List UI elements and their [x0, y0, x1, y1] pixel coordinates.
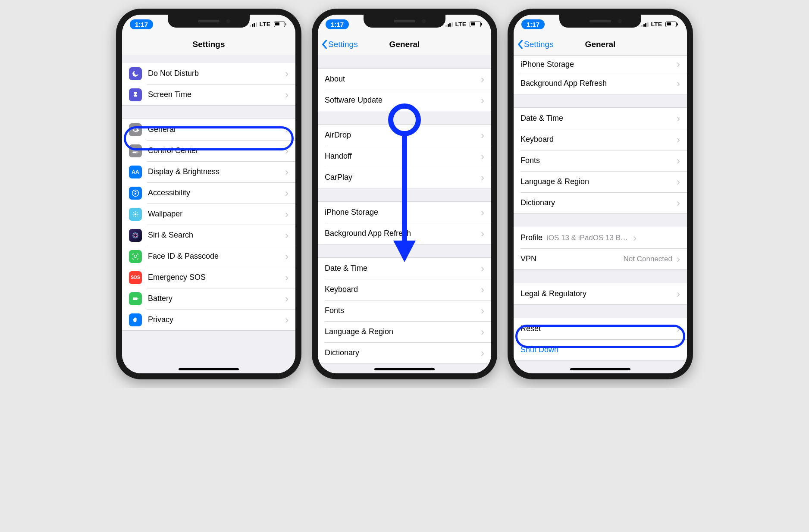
chevron-right-icon: › [677, 135, 680, 145]
back-button[interactable]: Settings [517, 40, 554, 49]
network-label: LTE [651, 21, 662, 28]
chevron-right-icon: › [677, 254, 680, 264]
row-dictionary[interactable]: Dictionary › [514, 192, 687, 213]
row-accessibility[interactable]: Accessibility › [122, 182, 295, 203]
general-list[interactable]: About › Software Update › AirDrop › Hand… [318, 55, 491, 373]
sos-icon: SOS [129, 271, 142, 284]
row-handoff[interactable]: Handoff › [318, 146, 491, 167]
row-label: Battery [148, 294, 283, 303]
row-label: Accessibility [148, 188, 283, 197]
home-indicator[interactable] [570, 368, 630, 370]
row-label: Display & Brightness [148, 167, 283, 176]
row-wallpaper[interactable]: Wallpaper › [122, 203, 295, 225]
row-date-time[interactable]: Date & Time › [514, 108, 687, 129]
row-label: Keyboard [325, 285, 479, 294]
settings-group: General › Control Center › AA Display & … [122, 119, 295, 331]
chevron-right-icon: › [481, 263, 484, 274]
wallpaper-icon [129, 208, 142, 221]
chevron-right-icon: › [677, 59, 680, 69]
row-airdrop[interactable]: AirDrop › [318, 125, 491, 146]
home-indicator[interactable] [179, 368, 239, 370]
row-carplay[interactable]: CarPlay › [318, 167, 491, 188]
back-button[interactable]: Settings [321, 40, 358, 49]
row-siri-search[interactable]: Siri & Search › [122, 225, 295, 246]
general-list-scrolled[interactable]: iPhone Storage › Background App Refresh … [514, 55, 687, 373]
row-label: CarPlay [325, 173, 479, 182]
chevron-right-icon: › [481, 95, 484, 106]
phone-frame-1: 1:17 LTE Settings Do Not Disturb › [116, 9, 301, 379]
row-language-region[interactable]: Language & Region › [318, 321, 491, 342]
row-legal-regulatory[interactable]: Legal & Regulatory › [514, 283, 687, 304]
row-battery[interactable]: Battery › [122, 288, 295, 309]
notch [168, 15, 250, 28]
settings-list[interactable]: Do Not Disturb › Screen Time › General [122, 55, 295, 373]
status-time-pill[interactable]: 1:17 [130, 19, 153, 29]
row-emergency-sos[interactable]: SOS Emergency SOS › [122, 267, 295, 288]
row-label: About [325, 75, 479, 84]
row-keyboard[interactable]: Keyboard › [514, 129, 687, 150]
chevron-right-icon: › [285, 315, 288, 325]
notch [559, 15, 641, 28]
page-title: Settings [193, 40, 225, 49]
row-vpn[interactable]: VPN Not Connected › [514, 248, 687, 269]
row-iphone-storage[interactable]: iPhone Storage › [318, 202, 491, 223]
chevron-right-icon: › [285, 167, 288, 177]
row-faceid-passcode[interactable]: Face ID & Passcode › [122, 246, 295, 267]
svg-point-6 [135, 213, 137, 215]
row-label: Face ID & Passcode [148, 252, 283, 261]
row-general[interactable]: General › [122, 119, 295, 140]
settings-group: iPhone Storage › Background App Refresh … [318, 201, 491, 244]
row-label: VPN [521, 254, 624, 263]
row-fonts[interactable]: Fonts › [514, 150, 687, 171]
row-label: Do Not Disturb [148, 69, 283, 78]
row-display-brightness[interactable]: AA Display & Brightness › [122, 161, 295, 182]
row-screen-time[interactable]: Screen Time › [122, 84, 295, 105]
nav-bar: Settings [122, 34, 295, 55]
row-label: Shut Down [521, 345, 680, 354]
status-time-pill[interactable]: 1:17 [521, 19, 545, 29]
svg-point-5 [135, 191, 136, 192]
row-label: Screen Time [148, 90, 283, 99]
row-control-center[interactable]: Control Center › [122, 140, 295, 161]
status-indicators: LTE [250, 21, 285, 28]
svg-rect-11 [133, 297, 138, 300]
row-about[interactable]: About › [318, 69, 491, 90]
row-fonts[interactable]: Fonts › [318, 300, 491, 321]
chevron-right-icon: › [677, 113, 680, 124]
row-reset[interactable]: Reset › [514, 318, 687, 339]
row-privacy[interactable]: Privacy › [122, 309, 295, 330]
row-label: Reset [521, 324, 675, 333]
row-label: AirDrop [325, 131, 479, 140]
row-language-region[interactable]: Language & Region › [514, 171, 687, 192]
row-label: iPhone Storage [325, 208, 479, 217]
row-label: Fonts [521, 156, 675, 165]
row-dictionary[interactable]: Dictionary › [318, 342, 491, 363]
row-keyboard[interactable]: Keyboard › [318, 279, 491, 300]
page-title: General [389, 40, 420, 49]
row-label: Dictionary [521, 198, 675, 207]
chevron-right-icon: › [677, 78, 680, 89]
home-indicator[interactable] [374, 368, 435, 370]
row-do-not-disturb[interactable]: Do Not Disturb › [122, 63, 295, 84]
chevron-right-icon: › [285, 90, 288, 100]
screen-2: 1:17 LTE Settings General About › [318, 15, 491, 373]
settings-group: About › Software Update › [318, 68, 491, 111]
row-iphone-storage[interactable]: iPhone Storage › [514, 56, 687, 73]
row-background-app-refresh[interactable]: Background App Refresh › [318, 223, 491, 244]
row-background-app-refresh[interactable]: Background App Refresh › [514, 73, 687, 94]
chevron-right-icon: › [481, 285, 484, 295]
screen-1: 1:17 LTE Settings Do Not Disturb › [122, 15, 295, 373]
chevron-right-icon: › [285, 230, 288, 241]
svg-point-10 [136, 255, 137, 256]
status-time-pill[interactable]: 1:17 [326, 19, 349, 29]
row-profile[interactable]: Profile iOS 13 & iPadOS 13 Beta Softwar.… [514, 227, 687, 248]
chevron-right-icon: › [677, 289, 680, 299]
row-detail: Not Connected [624, 255, 672, 263]
chevron-right-icon: › [285, 272, 288, 283]
row-software-update[interactable]: Software Update › [318, 90, 491, 111]
settings-group: Date & Time › Keyboard › Fonts › Languag… [514, 107, 687, 214]
settings-group: AirDrop › Handoff › CarPlay › [318, 124, 491, 188]
row-date-time[interactable]: Date & Time › [318, 258, 491, 279]
row-shut-down[interactable]: Shut Down [514, 339, 687, 360]
row-label: Language & Region [325, 327, 479, 336]
